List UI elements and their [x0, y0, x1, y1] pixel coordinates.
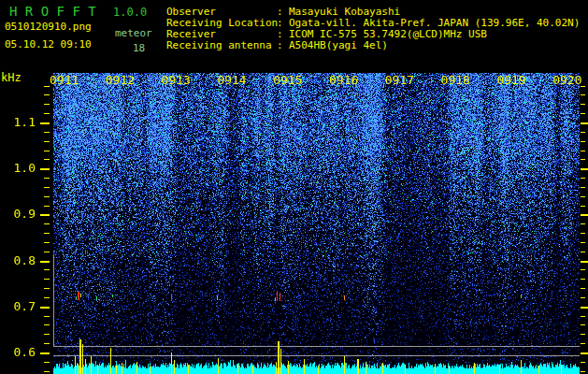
- output-filename: 0510120910.png: [5, 21, 92, 33]
- tick-mark: [44, 316, 50, 317]
- info-row-antenna: Receiving antenna:A504HB(yagi 4el): [166, 40, 388, 51]
- info-label: Receiving antenna: [166, 40, 277, 51]
- info-value: A504HB(yagi 4el): [289, 40, 388, 51]
- tick-mark: [44, 151, 50, 151]
- tick-mark: [581, 196, 585, 197]
- tick-mark: [581, 122, 588, 124]
- freq-label: 0.6: [0, 346, 36, 358]
- tick-mark: [581, 206, 585, 207]
- tick-mark: [581, 113, 585, 114]
- meteor-count: 18: [133, 42, 145, 54]
- tick-mark: [40, 352, 50, 354]
- tick-mark: [581, 261, 588, 263]
- tick-mark: [581, 223, 585, 224]
- tick-mark: [44, 86, 50, 87]
- tick-mark: [44, 141, 50, 142]
- tick-mark: [44, 113, 50, 114]
- tick-mark: [44, 362, 50, 363]
- hrofft-window: { "header": { "title": "H R O F F T", "v…: [0, 0, 588, 374]
- tick-mark: [581, 324, 585, 325]
- info-colon: :: [277, 40, 289, 51]
- tick-mark: [581, 343, 585, 344]
- tick-mark: [581, 297, 585, 298]
- freq-label: 1.0: [0, 162, 36, 174]
- tick-mark: [44, 132, 50, 133]
- tick-mark: [44, 297, 50, 298]
- tick-mark: [581, 279, 585, 280]
- tick-mark: [40, 214, 50, 216]
- tick-mark: [581, 352, 588, 354]
- tick-mark: [44, 279, 50, 280]
- app-version: 1.0.0: [113, 6, 147, 19]
- tick-mark: [40, 168, 50, 170]
- tick-mark: [581, 269, 585, 270]
- freq-label: 0.7: [0, 300, 36, 312]
- tick-mark: [44, 233, 50, 234]
- tick-mark: [40, 261, 50, 263]
- tick-mark: [581, 362, 585, 363]
- tick-mark: [44, 206, 50, 207]
- freq-label: 0.8: [0, 254, 36, 266]
- tick-mark: [44, 324, 50, 325]
- tick-mark: [581, 159, 585, 160]
- tick-mark: [581, 334, 585, 335]
- tick-mark: [44, 159, 50, 160]
- tick-mark: [581, 233, 585, 234]
- tick-mark: [44, 223, 50, 224]
- tick-mark: [581, 187, 585, 188]
- tick-mark: [581, 86, 585, 87]
- frequency-unit-label: kHz: [1, 71, 22, 84]
- tick-mark: [581, 141, 585, 142]
- tick-mark: [581, 316, 585, 317]
- tick-mark: [581, 288, 585, 289]
- tick-mark: [581, 214, 588, 216]
- freq-label: 0.9: [0, 208, 36, 220]
- tick-mark: [581, 178, 585, 179]
- tick-mark: [581, 132, 585, 133]
- tick-mark: [581, 307, 588, 309]
- tick-mark: [40, 307, 50, 309]
- tick-mark: [44, 94, 50, 95]
- tick-mark: [44, 104, 50, 105]
- tick-mark: [44, 187, 50, 188]
- observation-datetime: 05.10.12 09:10: [5, 38, 92, 50]
- tick-mark: [581, 104, 585, 105]
- tick-mark: [44, 371, 50, 372]
- freq-label: 1.1: [0, 116, 36, 128]
- tick-mark: [44, 269, 50, 270]
- tick-mark: [44, 334, 50, 335]
- tick-mark: [581, 242, 585, 243]
- tick-mark: [44, 252, 50, 252]
- tick-mark: [581, 94, 585, 95]
- spectrogram-canvas: [53, 73, 580, 374]
- tick-mark: [44, 178, 50, 179]
- tick-mark: [581, 371, 585, 372]
- app-title: H R O F F T: [9, 4, 96, 19]
- tick-mark: [44, 196, 50, 197]
- tick-mark: [581, 151, 585, 151]
- tick-mark: [44, 343, 50, 344]
- tick-mark: [581, 252, 585, 252]
- tick-mark: [40, 122, 50, 124]
- meteor-mode-label: meteor: [115, 27, 152, 39]
- tick-mark: [581, 168, 588, 170]
- tick-mark: [44, 288, 50, 289]
- tick-mark: [44, 242, 50, 243]
